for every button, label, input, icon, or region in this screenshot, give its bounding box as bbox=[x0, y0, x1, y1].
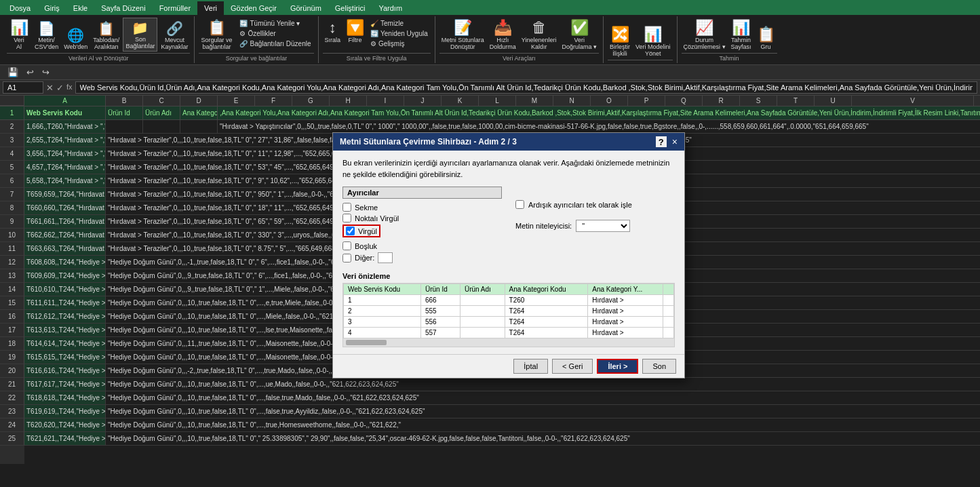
qat-save[interactable]: 💾 bbox=[5, 66, 20, 78]
tab-formuller[interactable]: Formüller bbox=[153, 1, 197, 15]
btn-sorgular-baglantılar[interactable]: 📋 Sorgular vebağlantılar bbox=[199, 18, 234, 52]
btn-metin-csv[interactable]: 📄 Metin/CSV'den bbox=[33, 19, 60, 52]
col-header-c[interactable]: C bbox=[143, 96, 180, 106]
cell-a16[interactable]: T612,612,,T244,"Hediye > ","Doğum Günü" bbox=[24, 310, 106, 324]
cell-a9[interactable]: T661,661,,T264,"Hırdavat >","Teraziler" bbox=[24, 215, 106, 229]
col-header-p[interactable]: P bbox=[628, 96, 665, 106]
col-header-o[interactable]: O bbox=[591, 96, 628, 106]
col-header-v[interactable]: V bbox=[852, 96, 974, 106]
confirm-formula-icon[interactable]: ✓ bbox=[56, 83, 64, 93]
cell-a17[interactable]: T613,613,,T244,"Hediye > ","Doğum Günü" bbox=[24, 324, 106, 337]
tab-dosya[interactable]: Dosya bbox=[3, 1, 37, 15]
col-header-b[interactable]: B bbox=[106, 96, 143, 106]
cell-a13[interactable]: T609,609,,T244,"Hediye > ","Doğum Günü" bbox=[24, 269, 106, 283]
col-header-u[interactable]: U bbox=[815, 96, 852, 106]
col-header-s[interactable]: S bbox=[740, 96, 777, 106]
cell-a7[interactable]: T659,659,,T264,"Hırdavat >","Teraziler" bbox=[24, 188, 106, 201]
checkbox-virgul[interactable] bbox=[346, 227, 355, 235]
cell-reference[interactable] bbox=[3, 81, 43, 94]
cell-a4[interactable]: 3,656,,T264,"Hırdavat > ","Teraziler" bbox=[24, 147, 106, 161]
btn-metni-sutunlara[interactable]: 📝 Metni SütunlaraDönüştür bbox=[439, 18, 486, 52]
cell-a25[interactable]: T621,621,,T244,"Hediye > ","Doğum Günü" bbox=[24, 432, 106, 446]
tab-gelistirici[interactable]: Geliştirici bbox=[328, 1, 372, 15]
iptal-button[interactable]: İptal bbox=[513, 359, 548, 374]
checkbox-diger[interactable] bbox=[342, 254, 351, 262]
col-header-m[interactable]: M bbox=[516, 96, 553, 106]
cell-d1[interactable]: Ana Kategori Kodu bbox=[180, 106, 218, 120]
col-header-t[interactable]: T bbox=[777, 96, 815, 106]
col-header-h[interactable]: H bbox=[330, 96, 367, 106]
cell-a24[interactable]: T620,620,,T244,"Hediye > ","Doğum Günü" bbox=[24, 418, 106, 432]
metin-select[interactable]: " ' bbox=[576, 220, 630, 232]
btn-yinelenenleri-kaldir[interactable]: 🗑 YinelenenleriKaldır bbox=[520, 18, 559, 52]
cell-a21[interactable]: T617,617,,T244,"Hediye > ","Doğum Günü" bbox=[24, 378, 106, 391]
btn-gelismis[interactable]: ⚙Gelişmiş bbox=[368, 39, 431, 48]
dialog-close-icon[interactable]: × bbox=[672, 136, 678, 147]
btn-yeniden-uygula[interactable]: 🔄Yeniden Uygula bbox=[368, 29, 431, 38]
tab-veri[interactable]: Veri bbox=[197, 1, 224, 15]
btn-veri-dogrulama[interactable]: ✅ VeriDoğrulama ▾ bbox=[560, 18, 600, 52]
btn-veri-al[interactable]: 📊 VeriAl bbox=[7, 18, 31, 52]
col-header-r[interactable]: R bbox=[703, 96, 740, 106]
qat-undo[interactable]: ↩ bbox=[24, 66, 36, 78]
btn-son-baglantılar[interactable]: 📁 SonBağlantılar bbox=[123, 18, 157, 52]
col-header-q[interactable]: Q bbox=[665, 96, 703, 106]
cell-a3[interactable]: 2,655,,T264,"Hırdavat > ","Teraziler" bbox=[24, 134, 106, 147]
tab-ekle[interactable]: Ekle bbox=[66, 1, 94, 15]
col-header-g[interactable]: G bbox=[292, 96, 330, 106]
tab-sayfa-duzeni[interactable]: Sayfa Düzeni bbox=[94, 1, 152, 15]
cell-c2[interactable] bbox=[143, 120, 180, 134]
col-header-a[interactable]: A bbox=[24, 96, 106, 106]
cell-a2[interactable]: 1,666,,T260,"Hırdavat > ","Yapıştırıcıla… bbox=[24, 120, 106, 134]
col-header-d[interactable]: D bbox=[180, 96, 218, 106]
son-button[interactable]: Son bbox=[642, 359, 676, 374]
cell-a22[interactable]: T618,618,,T244,"Hediye > ","Doğum Günü" bbox=[24, 391, 106, 405]
cell-a5[interactable]: 4,657,,T264,"Hırdavat > ","Teraziler" bbox=[24, 161, 106, 174]
cell-a15[interactable]: T611,611,,T244,"Hediye > ","Doğum Günü" bbox=[24, 296, 106, 310]
checkbox-noktali-virgul[interactable] bbox=[342, 214, 351, 222]
formula-input[interactable] bbox=[75, 81, 977, 94]
cell-a14[interactable]: T610,610,,T244,"Hediye > ","Doğum Günü" bbox=[24, 283, 106, 296]
dialog-help-icon[interactable]: ? bbox=[656, 136, 667, 147]
btn-temizle[interactable]: 🧹Temizle bbox=[368, 19, 431, 28]
tab-gozden-gecir[interactable]: Gözden Geçir bbox=[224, 1, 283, 15]
cell-a12[interactable]: T608,608,,T244,"Hediye > ","Doğum Günü" bbox=[24, 256, 106, 269]
btn-ozellikler[interactable]: ⚙Özellikler bbox=[237, 29, 313, 38]
btn-mevcut-kaynaklar[interactable]: 🔗 MevcutKaynaklar bbox=[159, 19, 190, 52]
cell-a19[interactable]: T615,615,,T244,"Hediye > ","Doğum Günü" bbox=[24, 351, 106, 364]
preview-scrollbar[interactable] bbox=[343, 338, 674, 347]
btn-birlestir[interactable]: 🔀 Birleştirİlişkili bbox=[608, 24, 632, 58]
tab-giris[interactable]: Giriş bbox=[37, 1, 66, 15]
btn-sirala[interactable]: ↕ Sırala bbox=[323, 18, 343, 45]
cell-a23[interactable]: T619,619,,T244,"Hediye > ","Doğum Günü" bbox=[24, 405, 106, 418]
col-header-e[interactable]: E bbox=[218, 96, 255, 106]
btn-tahmin-sayfasi[interactable]: 📊 TahminSayfası bbox=[729, 18, 753, 52]
cancel-formula-icon[interactable]: ✕ bbox=[46, 83, 54, 93]
cell-a18[interactable]: T614,614,,T244,"Hediye > ","Doğum Günü" bbox=[24, 337, 106, 351]
cell-a20[interactable]: T616,616,,T244,"Hediye > ","Doğum Günü" bbox=[24, 364, 106, 378]
geri-button[interactable]: < Geri bbox=[552, 359, 593, 374]
cell-a1[interactable]: Web Servis Kodu bbox=[24, 106, 106, 120]
btn-webden[interactable]: 🌐 Web'den bbox=[62, 26, 90, 52]
cell-a8[interactable]: T660,660,,T264,"Hırdavat >","Teraziler" bbox=[24, 201, 106, 215]
col-header-l[interactable]: L bbox=[479, 96, 516, 106]
cell-a11[interactable]: T663,663,,T264,"Hırdavat >","Teraziler" bbox=[24, 242, 106, 256]
col-header-k[interactable]: K bbox=[442, 96, 479, 106]
btn-baglantilari-duzenle[interactable]: 🔗Bağlantıları Düzenle bbox=[237, 39, 313, 48]
col-header-j[interactable]: J bbox=[404, 96, 442, 106]
insert-function-icon[interactable]: fx bbox=[66, 83, 73, 93]
cell-d2[interactable] bbox=[180, 120, 218, 134]
col-header-f[interactable]: F bbox=[255, 96, 292, 106]
col-header-n[interactable]: N bbox=[553, 96, 591, 106]
cell-b1[interactable]: Ürün Id bbox=[106, 106, 143, 120]
tab-yardim[interactable]: Yardım bbox=[372, 1, 409, 15]
col-header-i[interactable]: I bbox=[367, 96, 404, 106]
ileri-button[interactable]: İleri > bbox=[597, 359, 638, 374]
cell-a10[interactable]: T662,662,,T264,"Hırdavat >","Teraziler" bbox=[24, 229, 106, 242]
btn-veri-modeli[interactable]: 📊 Veri ModeliniYönet bbox=[633, 24, 673, 58]
btn-gru[interactable]: 📋 Gru bbox=[755, 24, 777, 52]
checkbox-ardisik[interactable] bbox=[515, 200, 524, 209]
checkbox-bosluk[interactable] bbox=[342, 241, 351, 250]
cell-c1[interactable]: Ürün Adı bbox=[143, 106, 180, 120]
btn-tumunu-yenile[interactable]: 🔄Tümünü Yenile ▾ bbox=[237, 19, 313, 28]
